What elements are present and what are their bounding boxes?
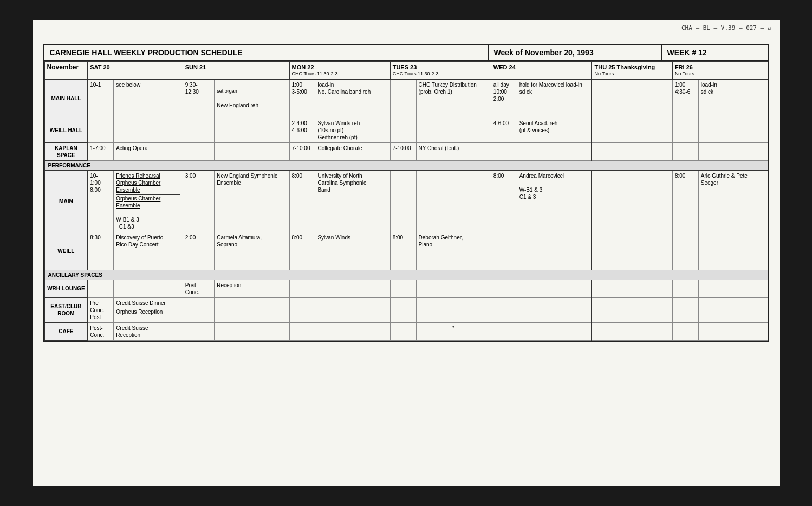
perf-main-wed-event: Andrea MarcovicciW-B1 & 3C1 & 3 [517,170,592,232]
wrh-wed-event [517,280,592,297]
main-mon-event: 1:00 load-inNo. Carolina band reh [315,79,390,118]
east-sat-event: Credit Suisse Dinner Orpheus Reception [114,297,183,322]
wrh-mon-time [289,280,315,297]
perf-main-sun-time: 3:00 [183,170,215,232]
weill-hall-row: WEILL HALL 2-4:00 4-6:00 Sylvan Winds re… [44,118,768,142]
main-sun-event: set organ New England reh [215,79,289,118]
wrh-fri-event [698,280,768,297]
perf-main-tue-event [416,170,491,232]
perf-main-fri-time: 8:00 [672,170,698,232]
schedule-table: November SAT 20 SUN 21 MON 22 CHC Tours … [44,61,768,341]
east-sun-event [215,297,289,322]
perf-main-wed-time: 8:00 [491,170,517,232]
east-mon-time [289,297,315,322]
sun-header: SUN 21 [183,62,289,80]
perf-weill-text: WEILL [47,248,86,255]
main-sun-set-organ: set organ [217,88,287,95]
main-thu-event [615,79,672,118]
weill-fri-time [672,118,698,142]
cafe-thu-event [615,322,672,340]
perf-main-tue-time [390,170,416,232]
weill-sat-time [88,118,114,142]
kaplan-space-text: KAPLAN SPACE [47,145,86,159]
weill-hall-text: WEILL HALL [47,127,86,134]
cafe-wed-time [491,322,517,340]
schedule-title: CARNEGIE HALL WEEKLY PRODUCTION SCHEDULE [44,45,489,60]
main-sun-ne-reh: New England reh [217,102,287,109]
kaplan-mon-time: 7-10:00 [289,142,315,160]
perf-main-mon-time: 8:00 [289,170,315,232]
weill-thu-event [615,118,672,142]
east-orpheus: Orpheus Reception [116,308,180,315]
wrh-lounge-text: WRH LOUNGE [47,285,86,292]
tue-header: TUES 23 CHC Tours 11:30-2-3 [390,62,491,80]
east-wed-event [517,297,592,322]
weill-tue-event [416,118,491,142]
perf-weill-sun-event: Carmela Altamura,Soprano [215,232,289,270]
weill-fri-event [698,118,768,142]
sat-header: SAT 20 [88,62,183,80]
perf-weill-fri-event [698,232,768,270]
cafe-thu-time [592,322,615,340]
perf-main-mon-event: University of NorthCarolina SymphonicBan… [315,170,390,232]
weill-thu-time [592,118,615,142]
east-thu-time [592,297,615,322]
main-mon-time2: 3-5:00 [292,88,313,95]
ancillary-label: ANCILLARY SPACES [44,270,768,280]
schedule-container: CARNEGIE HALL WEEKLY PRODUCTION SCHEDULE… [43,44,769,342]
main-wed-sdck: sd ck [519,88,589,95]
orpheus-chamber-1: Orpheus Chamber Ensemble [116,180,160,193]
wrh-sat-time [88,280,114,297]
thu-label: THU 25 Thanksgiving [594,63,670,71]
tue-sub: CHC Tours 11:30-2-3 [393,71,489,77]
perf-weill-sat-time: 8:30 [88,232,114,270]
doc-id: CHA — BL — V.39 — 027 — a [681,24,771,31]
main-fri-event: load-in sd ck [698,79,768,118]
perf-main-row: MAIN 10-1:008:00 Friends Rehearsal Orphe… [44,170,768,232]
weill-hall-label: WEILL HALL [44,118,88,142]
wrh-tue-time [390,280,416,297]
main-wed-time2: 10:00 [493,88,515,95]
performance-header-row: PERFORMANCE [44,160,768,170]
perf-main-thu-event [615,170,672,232]
perf-weill-fri-time [672,232,698,270]
kaplan-wed-event [517,142,592,160]
wrh-thu-time [592,280,615,297]
wrh-fri-time [672,280,698,297]
kaplan-tue-time: 7-10:00 [390,142,416,160]
wed-header: WED 24 [491,62,592,80]
kaplan-wed-time [491,142,517,160]
main-sat-event: see below [114,79,183,118]
week-of: Week of November 20, 1993 [489,45,662,60]
wrh-wed-time [491,280,517,297]
main-fri-time: 1:00 4:30-6 [672,79,698,118]
weill-mon-event: Sylvan Winds reh(10s,no pf)Geithner reh … [315,118,390,142]
perf-main-thu-time [592,170,615,232]
perf-weill-sun-time: 2:00 [183,232,215,270]
wrh-sat-event [114,280,183,297]
november-label: November [44,62,88,80]
perf-weill-mon-event: Sylvan Winds [315,232,390,270]
cafe-tue-event: * [416,322,491,340]
kaplan-thu-time [592,142,615,160]
header-row: CARNEGIE HALL WEEKLY PRODUCTION SCHEDULE… [44,45,768,61]
wrh-lounge-row: WRH LOUNGE Post-Conc. Reception [44,280,768,297]
east-fri-time [672,297,698,322]
kaplan-thu-event [615,142,672,160]
perf-weill-tue-event: Deborah Geithner,Piano [416,232,491,270]
week-number: WEEK # 12 [662,45,768,60]
kaplan-space-label: KAPLAN SPACE [44,142,88,160]
cafe-mon-time [289,322,315,340]
weill-tue-time [390,118,416,142]
kaplan-space-row: KAPLAN SPACE 1-7:00 Acting Opera 7-10:00… [44,142,768,160]
cafe-sun-time [183,322,215,340]
main-mon-time1: 1:00 [292,81,313,88]
main-sun-time: 9:30- 12:30 [183,79,215,118]
east-tue-event [416,297,491,322]
thu-sub: No Tours [594,71,670,77]
main-wed-time3: 2:00 [493,95,515,102]
main-hall-text: MAIN HALL [47,95,86,102]
perf-weill-sat-event: Discovery of PuertoRico Day Concert [114,232,183,270]
cafe-sun-event [215,322,289,340]
east-tue-time [390,297,416,322]
